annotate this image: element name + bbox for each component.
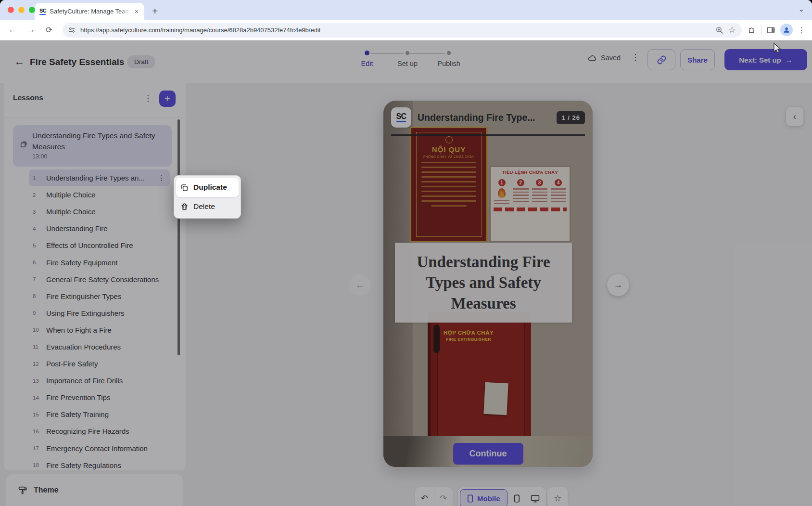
safetyculture-favicon: SC xyxy=(39,8,46,14)
mouse-cursor xyxy=(772,42,783,56)
close-window-button[interactable] xyxy=(8,7,14,13)
toolbar-right: ⋮ xyxy=(748,24,807,36)
slide-context-menu: Duplicate Delete xyxy=(174,175,241,219)
app-page: ← Fire Safety Essentials Draft Edit Set … xyxy=(0,40,812,506)
menu-item-duplicate[interactable]: Duplicate xyxy=(176,178,239,197)
browser-toolbar: ← → ⟳ https://app.safetyculture.com/trai… xyxy=(0,20,812,40)
window-controls xyxy=(8,7,35,13)
tab-close-icon[interactable]: × xyxy=(134,8,140,15)
zoom-icon[interactable] xyxy=(715,26,723,34)
tab-title: SafetyCulture: Manage Teams xyxy=(50,8,130,15)
profile-avatar[interactable] xyxy=(780,24,793,36)
reload-button[interactable]: ⟳ xyxy=(41,22,57,38)
browser-window: SC SafetyCulture: Manage Teams × + ⌄ ← →… xyxy=(0,0,812,506)
side-panel-icon[interactable] xyxy=(766,26,775,35)
menu-item-delete[interactable]: Delete xyxy=(176,197,239,216)
extensions-icon[interactable] xyxy=(748,26,756,34)
delete-label: Delete xyxy=(193,202,215,211)
back-button[interactable]: ← xyxy=(5,22,20,38)
browser-tabstrip: SC SafetyCulture: Manage Teams × + ⌄ xyxy=(0,0,812,20)
duplicate-label: Duplicate xyxy=(193,183,227,192)
dim-overlay xyxy=(0,40,812,506)
site-settings-icon[interactable] xyxy=(68,26,76,34)
minimize-window-button[interactable] xyxy=(18,7,25,13)
copy-icon xyxy=(180,183,189,192)
forward-button[interactable]: → xyxy=(23,22,38,38)
trash-icon xyxy=(180,203,189,211)
browser-tab[interactable]: SC SafetyCulture: Manage Teams × xyxy=(35,3,144,20)
tab-search-chevron-icon[interactable]: ⌄ xyxy=(798,5,804,13)
url-bar[interactable]: https://app.safetyculture.com/training/m… xyxy=(63,23,742,38)
bookmark-star-icon[interactable]: ☆ xyxy=(728,25,736,35)
toolbar-divider xyxy=(761,25,761,35)
new-tab-button[interactable]: + xyxy=(152,5,158,17)
url-text: https://app.safetyculture.com/training/m… xyxy=(80,26,710,34)
browser-menu-kebab-icon[interactable]: ⋮ xyxy=(798,26,805,35)
maximize-window-button[interactable] xyxy=(29,7,35,13)
